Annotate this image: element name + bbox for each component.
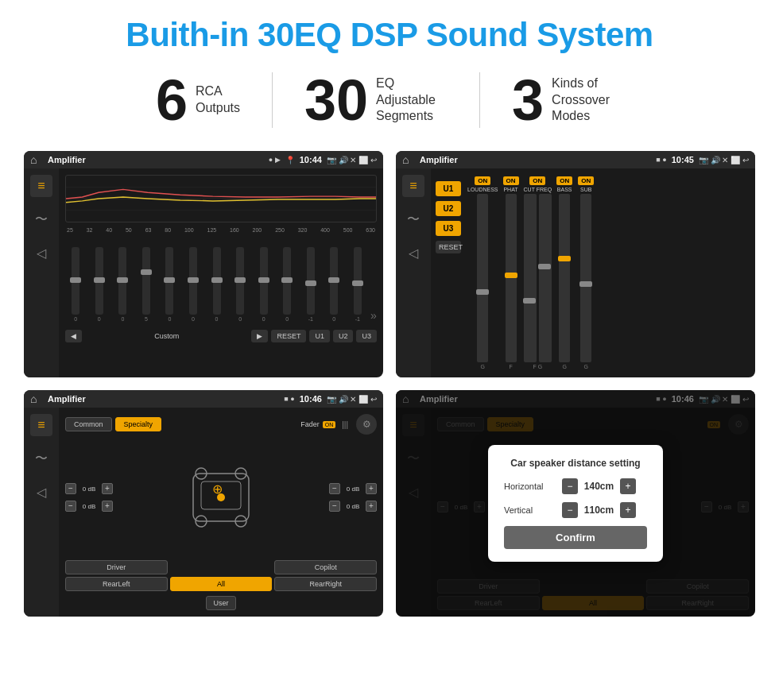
minus-fr[interactable]: − (329, 483, 340, 494)
screens-grid: ⌂ Amplifier ● ▶ 📍 10:44 📷 🔊 ✕ ⬜ ↩ ≡ 〜 ◁ (24, 151, 755, 617)
driver-btn[interactable]: Driver (65, 560, 168, 574)
slider-10[interactable]: 0 (277, 247, 298, 322)
vertical-value-box: − 110cm + (562, 502, 647, 518)
common-main: Common Specialty Fader ON ||| ⚙ − (59, 408, 383, 617)
u3-preset[interactable]: U3 (436, 221, 461, 236)
speaker-icon-3[interactable]: ◁ (30, 481, 52, 503)
side-panel-3: ≡ 〜 ◁ (24, 408, 59, 617)
minus-rl[interactable]: − (65, 501, 76, 512)
copilot-btn[interactable]: Copilot (274, 560, 377, 574)
stat-number-rca: 6 (156, 72, 188, 129)
plus-fl[interactable]: + (102, 483, 113, 494)
user-btn-3[interactable]: User (206, 596, 235, 610)
slider-1[interactable]: 0 (65, 247, 87, 322)
wave-icon-1[interactable]: 〜 (30, 208, 52, 230)
vertical-plus[interactable]: + (620, 502, 636, 518)
status-bar-1: ⌂ Amplifier ● ▶ 📍 10:44 📷 🔊 ✕ ⬜ ↩ (24, 151, 383, 168)
slider-12[interactable]: 0 (324, 247, 345, 322)
loudness-label: LOUDNESS (467, 187, 498, 192)
home-icon-3[interactable]: ⌂ (30, 393, 43, 405)
home-icon-1[interactable]: ⌂ (30, 153, 43, 166)
plus-rr[interactable]: + (366, 501, 377, 512)
fader-on: ON (323, 421, 336, 428)
wave-icon-2[interactable]: 〜 (402, 208, 424, 230)
app-name-1: Amplifier (48, 155, 264, 164)
screen-dialog: ⌂ Amplifier ■ ● 10:46 📷 🔊 ✕ ⬜ ↩ ≡ 〜 ◁ Co… (396, 390, 755, 617)
phat-on: ON (503, 176, 519, 185)
slider-7[interactable]: 0 (206, 247, 227, 322)
common-tab[interactable]: Common (65, 417, 112, 431)
plus-rl[interactable]: + (102, 501, 113, 512)
reset-btn-1[interactable]: RESET (271, 330, 306, 342)
speaker-icon-2[interactable]: ◁ (402, 242, 424, 264)
slider-2[interactable]: 0 (89, 247, 110, 322)
loudness-val: G (481, 364, 485, 369)
horizontal-value: 140cm (581, 481, 617, 492)
side-panel-1: ≡ 〜 ◁ (24, 168, 59, 377)
screen-common: ⌂ Amplifier ■ ● 10:46 📷 🔊 ✕ ⬜ ↩ ≡ 〜 ◁ Co… (24, 390, 383, 617)
minus-fl[interactable]: − (65, 483, 76, 494)
slider-9[interactable]: 0 (253, 247, 274, 322)
eq-icon-1[interactable]: ≡ (30, 175, 52, 197)
more-arrow[interactable]: » (370, 309, 377, 322)
speaker-icon-1[interactable]: ◁ (30, 242, 52, 264)
screen-amp-controls: ⌂ Amplifier ■ ● 10:45 📷 🔊 ✕ ⬜ ↩ ≡ 〜 ◁ U1… (396, 151, 755, 377)
val-rr: 0 dB (342, 503, 364, 510)
stat-eq: 30 EQ AdjustableSegments (273, 72, 479, 129)
sub-on: ON (578, 176, 594, 185)
plus-fr[interactable]: + (366, 483, 377, 494)
slider-5[interactable]: 0 (159, 247, 180, 322)
home-icon-2[interactable]: ⌂ (402, 153, 415, 166)
horizontal-row: Horizontal − 140cm + (504, 478, 647, 494)
minus-rr[interactable]: − (329, 501, 340, 512)
eq-icon-3[interactable]: ≡ (30, 414, 52, 436)
db-control-rr: − 0 dB + (329, 501, 377, 512)
right-icons-1: 📷 🔊 ✕ ⬜ ↩ (327, 156, 377, 164)
horizontal-plus[interactable]: + (620, 478, 636, 494)
reset-btn-2[interactable]: RESET (436, 241, 461, 253)
slider-8[interactable]: 0 (230, 247, 251, 322)
bass-on: ON (556, 176, 572, 185)
rearleft-btn[interactable]: RearLeft (65, 577, 168, 591)
bass-label: BASS (557, 187, 572, 192)
u3-btn-1[interactable]: U3 (356, 330, 377, 342)
dialog-box: Car speaker distance setting Horizontal … (488, 445, 663, 562)
main-title: Buith-in 30EQ DSP Sound System (24, 16, 755, 54)
slider-4[interactable]: 5 (136, 247, 157, 322)
slider-13[interactable]: -1 (347, 247, 369, 322)
u1-preset[interactable]: U1 (436, 181, 461, 196)
confirm-button[interactable]: Confirm (504, 526, 647, 549)
val-fl: 0 dB (78, 485, 100, 493)
eq-bottom-bar: ◀ Custom ▶ RESET U1 U2 U3 (65, 330, 377, 342)
db-control-fl: − 0 dB + (65, 483, 113, 494)
vertical-minus[interactable]: − (562, 502, 578, 518)
u2-btn-1[interactable]: U2 (333, 330, 354, 342)
right-icons-2: 📷 🔊 ✕ ⬜ ↩ (699, 156, 749, 164)
specialty-tab[interactable]: Specialty (115, 417, 162, 431)
cutfreq-val: F G (533, 364, 543, 369)
slider-11[interactable]: -1 (300, 247, 321, 322)
screen-eq-sliders: ⌂ Amplifier ● ▶ 📍 10:44 📷 🔊 ✕ ⬜ ↩ ≡ 〜 ◁ (24, 151, 383, 377)
rearright-btn[interactable]: RearRight (274, 577, 377, 591)
slider-6[interactable]: 0 (183, 247, 204, 322)
horizontal-minus[interactable]: − (562, 478, 578, 494)
u2-preset[interactable]: U2 (436, 201, 461, 216)
play-btn[interactable]: ▶ (251, 330, 268, 342)
stat-text-eq: EQ AdjustableSegments (376, 75, 448, 125)
eq-icon-2[interactable]: ≡ (402, 175, 424, 197)
cutfreq-label: CUT FREQ (524, 187, 552, 192)
db-control-rl: − 0 dB + (65, 501, 113, 512)
stat-rca: 6 RCAOutputs (124, 72, 272, 129)
all-btn[interactable]: All (170, 577, 273, 591)
wave-icon-3[interactable]: 〜 (30, 447, 52, 470)
cutfreq-on: ON (529, 176, 545, 185)
prev-btn[interactable]: ◀ (65, 330, 82, 342)
settings-icon[interactable]: ⚙ (356, 414, 377, 435)
status-bar-3: ⌂ Amplifier ■ ● 10:46 📷 🔊 ✕ ⬜ ↩ (24, 390, 383, 408)
u1-btn-1[interactable]: U1 (309, 330, 330, 342)
bass-val: G (562, 364, 566, 369)
slider-3[interactable]: 0 (112, 247, 134, 322)
stat-number-eq: 30 (304, 72, 368, 129)
horizontal-value-box: − 140cm + (562, 478, 647, 494)
app-name-2: Amplifier (420, 155, 651, 164)
